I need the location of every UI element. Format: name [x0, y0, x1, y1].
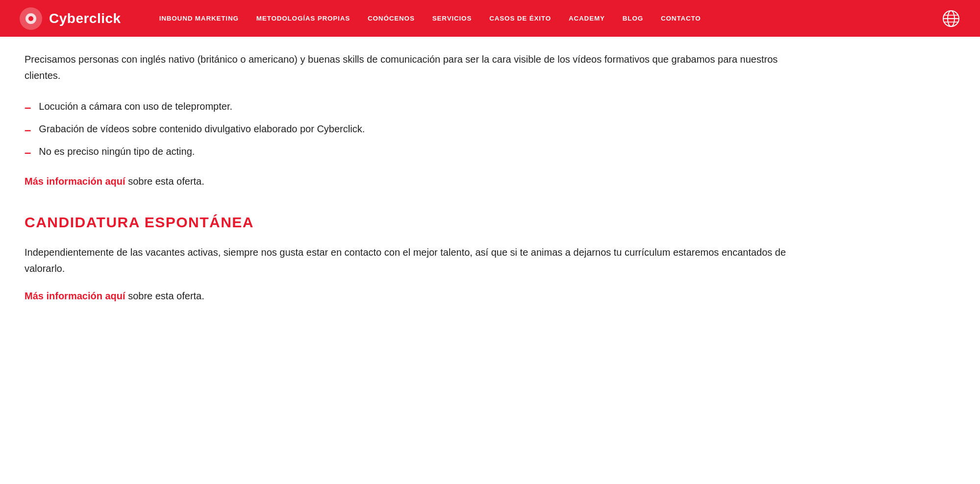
bullet-text: No es preciso ningún tipo de acting.	[39, 144, 195, 160]
list-item: –Grabación de vídeos sobre contenido div…	[25, 121, 809, 139]
main-nav: INBOUND MARKETINGMETODOLOGÍAS PROPIASCON…	[151, 15, 942, 22]
bullet-dash: –	[25, 121, 31, 139]
section-title: CANDIDATURA ESPONTÁNEA	[25, 214, 809, 231]
bullet-dash: –	[25, 144, 31, 161]
intro-paragraph: Precisamos personas con inglés nativo (b…	[25, 51, 809, 84]
globe-icon[interactable]	[942, 9, 960, 28]
first-more-info-link[interactable]: Más información aquí	[25, 176, 126, 187]
logo-icon	[20, 7, 42, 30]
nav-item-academy[interactable]: ACADEMY	[560, 15, 614, 22]
nav-item-conocenos[interactable]: CONÓCENOS	[359, 15, 424, 22]
nav-item-metodologias-propias[interactable]: METODOLOGÍAS PROPIAS	[248, 15, 359, 22]
second-more-info-link[interactable]: Más información aquí	[25, 290, 126, 301]
site-header: Cyberclick INBOUND MARKETINGMETODOLOGÍAS…	[0, 0, 980, 37]
logo-icon-inner	[25, 13, 36, 24]
nav-item-casos-de-exito[interactable]: CASOS DE ÉXITO	[480, 15, 560, 22]
logo[interactable]: Cyberclick	[20, 7, 121, 30]
bullet-text: Grabación de vídeos sobre contenido divu…	[39, 121, 365, 137]
bullet-list: –Locución a cámara con uso de teleprompt…	[25, 98, 809, 161]
list-item: –Locución a cámara con uso de teleprompt…	[25, 98, 809, 116]
nav-item-servicios[interactable]: SERVICIOS	[424, 15, 480, 22]
main-content: Precisamos personas con inglés nativo (b…	[0, 37, 833, 331]
second-more-suffix: sobre esta oferta.	[126, 290, 204, 301]
nav-item-inbound-marketing[interactable]: INBOUND MARKETING	[151, 15, 248, 22]
first-more-suffix: sobre esta oferta.	[126, 176, 204, 187]
second-more-info-line: Más información aquí sobre esta oferta.	[25, 290, 809, 302]
first-more-info-line: Más información aquí sobre esta oferta.	[25, 176, 809, 187]
bullet-dash: –	[25, 98, 31, 116]
nav-item-blog[interactable]: BLOG	[614, 15, 652, 22]
logo-text: Cyberclick	[49, 11, 121, 26]
section-body: Independientemente de las vacantes activ…	[25, 244, 809, 277]
list-item: –No es preciso ningún tipo de acting.	[25, 144, 809, 161]
nav-item-contacto[interactable]: CONTACTO	[652, 15, 710, 22]
bullet-text: Locución a cámara con uso de teleprompte…	[39, 98, 232, 115]
